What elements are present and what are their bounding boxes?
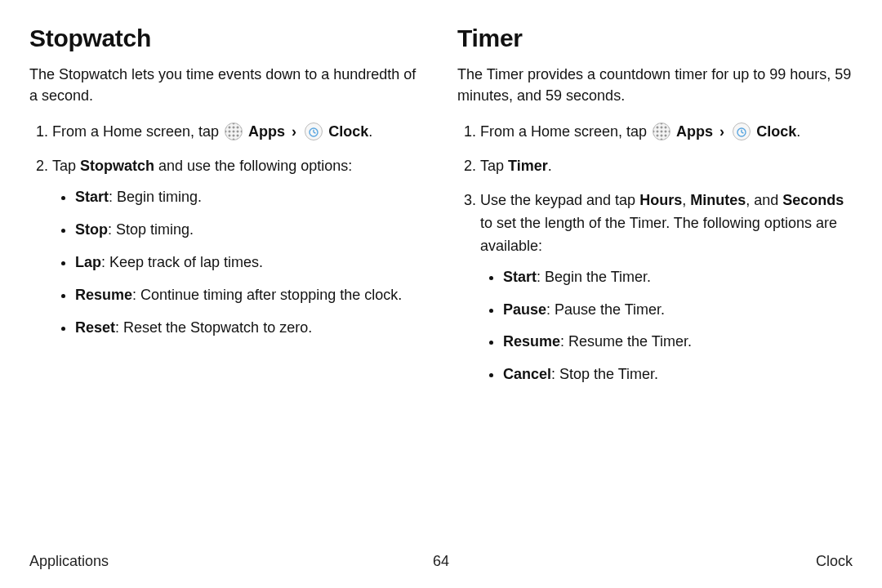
step2-post: . <box>548 158 552 174</box>
opt-text: : Begin timing. <box>109 189 202 205</box>
page-number: 64 <box>433 553 449 570</box>
step2-pre: Tap <box>52 158 80 174</box>
apps-label: Apps <box>248 123 285 140</box>
opt-label: Pause <box>503 301 546 318</box>
step1-text: From a Home screen, tap <box>480 123 651 140</box>
list-item: Resume: Resume the Timer. <box>503 331 853 354</box>
list-item: Lap: Keep track of lap times. <box>75 252 425 274</box>
opt-label: Reset <box>75 319 115 336</box>
s3d: , and <box>746 192 782 208</box>
opt-text: : Stop the Timer. <box>551 366 658 382</box>
step2-bold: Timer <box>508 158 548 174</box>
step1-text: From a Home screen, tap <box>52 123 223 140</box>
page-footer: Applications 64 Clock <box>29 553 853 570</box>
opt-label: Cancel <box>503 366 551 382</box>
step-1: From a Home screen, tap Apps › Clock. <box>480 121 853 144</box>
clock-label: Clock <box>328 123 368 140</box>
opt-text: : Keep track of lap times. <box>101 254 263 270</box>
s3b3: Seconds <box>782 192 844 208</box>
footer-right: Clock <box>816 553 853 570</box>
opt-label: Resume <box>75 287 132 303</box>
opt-label: Resume <box>503 333 560 350</box>
steps-stopwatch: From a Home screen, tap Apps › Clock. Ta… <box>29 121 425 339</box>
clock-icon <box>733 122 751 140</box>
opt-label: Stop <box>75 221 108 238</box>
period: . <box>796 123 800 140</box>
heading-stopwatch: Stopwatch <box>29 24 425 52</box>
intro-stopwatch: The Stopwatch lets you time events down … <box>29 64 425 106</box>
steps-timer: From a Home screen, tap Apps › Clock. Ta… <box>457 121 853 386</box>
s3b1: Hours <box>639 192 682 208</box>
column-timer: Timer The Timer provides a countdown tim… <box>457 20 853 398</box>
chevron-right-icon: › <box>719 123 724 140</box>
chevron-right-icon: › <box>292 123 296 140</box>
opt-text: : Continue timing after stopping the clo… <box>132 287 402 303</box>
column-stopwatch: Stopwatch The Stopwatch lets you time ev… <box>29 20 425 398</box>
clock-icon <box>305 122 323 140</box>
step2-post: and use the following options: <box>154 158 352 174</box>
svg-line-2 <box>314 132 316 133</box>
list-item: Stop: Stop timing. <box>75 219 425 242</box>
opt-text: : Reset the Stopwatch to zero. <box>115 319 312 336</box>
s3a: Use the keypad and tap <box>480 192 639 208</box>
opt-text: : Begin the Timer. <box>537 269 651 285</box>
opt-label: Start <box>75 189 109 205</box>
apps-icon <box>653 122 670 140</box>
list-item: Reset: Reset the Stopwatch to zero. <box>75 317 425 340</box>
s3e: to set the length of the Timer. The foll… <box>480 215 837 254</box>
content-columns: Stopwatch The Stopwatch lets you time ev… <box>29 20 853 398</box>
list-item: Resume: Continue timing after stopping t… <box>75 284 425 307</box>
period: . <box>368 123 372 140</box>
step-3: Use the keypad and tap Hours, Minutes, a… <box>480 189 853 386</box>
opt-text: : Resume the Timer. <box>560 333 692 350</box>
s3c: , <box>682 192 690 208</box>
intro-timer: The Timer provides a countdown timer for… <box>457 64 853 106</box>
apps-label: Apps <box>676 123 713 140</box>
step2-pre: Tap <box>480 158 508 174</box>
svg-line-5 <box>742 132 744 133</box>
opt-text: : Pause the Timer. <box>546 301 665 318</box>
step-2: Tap Stopwatch and use the following opti… <box>52 155 425 339</box>
options-stopwatch: Start: Begin timing. Stop: Stop timing. … <box>52 186 425 339</box>
step-1: From a Home screen, tap Apps › Clock. <box>52 121 425 144</box>
list-item: Start: Begin timing. <box>75 186 425 209</box>
heading-timer: Timer <box>457 24 853 52</box>
opt-label: Start <box>503 269 537 285</box>
clock-label: Clock <box>756 123 796 140</box>
apps-icon <box>225 122 243 140</box>
s3b2: Minutes <box>690 192 746 208</box>
list-item: Start: Begin the Timer. <box>503 266 853 289</box>
list-item: Cancel: Stop the Timer. <box>503 363 853 386</box>
opt-text: : Stop timing. <box>108 221 194 238</box>
footer-left: Applications <box>29 553 109 570</box>
opt-label: Lap <box>75 254 101 270</box>
list-item: Pause: Pause the Timer. <box>503 299 853 322</box>
step2-bold: Stopwatch <box>80 158 154 174</box>
options-timer: Start: Begin the Timer. Pause: Pause the… <box>480 266 853 387</box>
step-2: Tap Timer. <box>480 155 853 178</box>
